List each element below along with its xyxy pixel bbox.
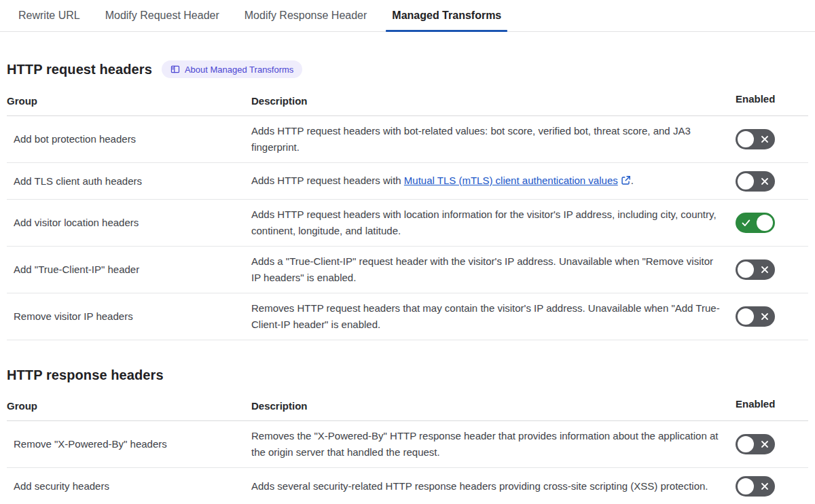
column-header-group: Group bbox=[7, 88, 251, 115]
column-header-description: Description bbox=[251, 393, 736, 420]
table-row: Add bot protection headersAdds HTTP requ… bbox=[7, 116, 808, 163]
toggle-knob bbox=[738, 131, 754, 147]
request-headers-section: HTTP request headers About Managed Trans… bbox=[7, 60, 808, 340]
toggle-add-bot-protection-headers[interactable] bbox=[736, 129, 775, 149]
column-header-enabled: Enabled bbox=[736, 88, 808, 115]
table-header-row: GroupDescriptionEnabled bbox=[7, 393, 808, 421]
mtls-link[interactable]: Mutual TLS (mTLS) client authentication … bbox=[404, 175, 631, 186]
description-cell: Adds HTTP request headers with bot-relat… bbox=[251, 116, 736, 162]
section-title-request: HTTP request headers bbox=[7, 62, 152, 77]
toggle-knob bbox=[738, 436, 754, 452]
column-header-group: Group bbox=[7, 393, 251, 420]
tab-modify-request-header[interactable]: Modify Request Header bbox=[105, 0, 219, 31]
x-icon bbox=[761, 312, 769, 321]
table-row: Add TLS client auth headersAdds HTTP req… bbox=[7, 163, 808, 200]
x-icon bbox=[761, 482, 769, 490]
group-cell: Remove visitor IP headers bbox=[7, 302, 251, 331]
enabled-cell bbox=[736, 164, 808, 198]
response-headers-section: HTTP response headers GroupDescriptionEn… bbox=[7, 367, 808, 504]
group-cell: Add bot protection headers bbox=[7, 124, 251, 154]
x-icon bbox=[761, 440, 769, 448]
enabled-cell bbox=[736, 253, 808, 287]
toggle-add-visitor-location-headers[interactable] bbox=[736, 213, 775, 233]
table-row: Remove "X-Powered-By" headersRemoves the… bbox=[7, 421, 808, 468]
toggle-knob bbox=[738, 478, 754, 494]
toggle-knob bbox=[738, 308, 754, 325]
external-link-icon bbox=[621, 174, 631, 190]
table-row: Add "True-Client-IP" headerAdds a "True-… bbox=[7, 247, 808, 293]
description-cell: Adds HTTP request headers with location … bbox=[251, 200, 736, 246]
table-row: Add security headersAdds several securit… bbox=[7, 468, 808, 504]
column-header-enabled: Enabled bbox=[736, 393, 808, 420]
badge-label: About Managed Transforms bbox=[185, 65, 293, 74]
toggle-remove-visitor-ip-headers[interactable] bbox=[736, 306, 775, 327]
request-section-head: HTTP request headers About Managed Trans… bbox=[7, 60, 808, 78]
tab-managed-transforms[interactable]: Managed Transforms bbox=[392, 0, 501, 31]
tab-modify-response-header[interactable]: Modify Response Header bbox=[244, 0, 367, 31]
table-row: Add visitor location headersAdds HTTP re… bbox=[7, 200, 808, 247]
description-cell: Adds HTTP request headers with Mutual TL… bbox=[251, 166, 736, 197]
page-content: HTTP request headers About Managed Trans… bbox=[0, 60, 815, 504]
group-cell: Add visitor location headers bbox=[7, 208, 251, 238]
enabled-cell bbox=[736, 427, 808, 461]
managed-transforms-page: Rewrite URLModify Request HeaderModify R… bbox=[0, 0, 815, 504]
x-icon bbox=[761, 135, 769, 143]
book-icon bbox=[170, 65, 180, 74]
toggle-add-tls-client-auth-headers[interactable] bbox=[736, 171, 775, 192]
toggle-remove-x-powered-by-headers[interactable] bbox=[736, 434, 775, 454]
tab-rewrite-url[interactable]: Rewrite URL bbox=[18, 0, 80, 31]
group-cell: Add "True-Client-IP" header bbox=[7, 255, 251, 285]
tab-bar: Rewrite URLModify Request HeaderModify R… bbox=[0, 0, 815, 32]
group-cell: Remove "X-Powered-By" headers bbox=[7, 429, 251, 459]
check-icon bbox=[742, 219, 750, 227]
enabled-cell bbox=[736, 122, 808, 156]
toggle-add-true-client-ip-header[interactable] bbox=[736, 259, 775, 280]
description-cell: Removes the "X-Powered-By" HTTP response… bbox=[251, 421, 736, 467]
section-title-response: HTTP response headers bbox=[7, 367, 164, 383]
response-headers-table: GroupDescriptionEnabledRemove "X-Powered… bbox=[7, 393, 808, 504]
toggle-knob bbox=[738, 173, 754, 190]
description-cell: Adds a "True-Client-IP" request header w… bbox=[251, 247, 736, 293]
group-cell: Add TLS client auth headers bbox=[7, 166, 251, 196]
description-cell: Adds several security-related HTTP respo… bbox=[251, 471, 736, 501]
toggle-knob bbox=[738, 262, 754, 278]
enabled-cell bbox=[736, 300, 808, 334]
x-icon bbox=[761, 177, 769, 185]
about-managed-transforms-badge[interactable]: About Managed Transforms bbox=[162, 60, 302, 78]
toggle-knob bbox=[757, 215, 773, 231]
table-row: Remove visitor IP headersRemoves HTTP re… bbox=[7, 293, 808, 340]
toggle-add-security-headers[interactable] bbox=[736, 476, 775, 497]
table-header-row: GroupDescriptionEnabled bbox=[7, 88, 808, 116]
response-section-head: HTTP response headers bbox=[7, 367, 808, 383]
enabled-cell bbox=[736, 206, 808, 240]
enabled-cell bbox=[736, 469, 808, 503]
column-header-description: Description bbox=[251, 88, 736, 115]
request-headers-table: GroupDescriptionEnabledAdd bot protectio… bbox=[7, 88, 808, 340]
x-icon bbox=[761, 266, 769, 274]
description-cell: Removes HTTP request headers that may co… bbox=[251, 293, 736, 340]
group-cell: Add security headers bbox=[7, 471, 251, 501]
